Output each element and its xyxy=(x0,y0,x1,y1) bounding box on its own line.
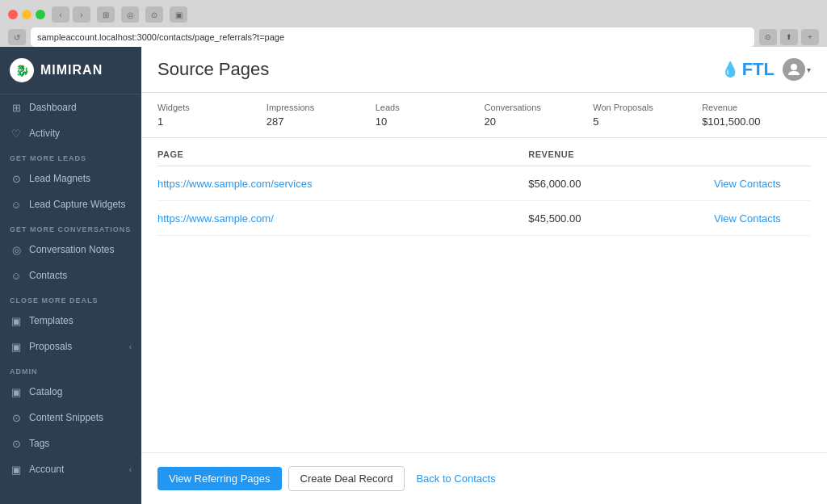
top-bar: Source Pages 💧 FTL ▾ xyxy=(141,47,827,93)
table-row: https://www.sample.com/ $45,500.00 View … xyxy=(157,201,811,236)
templates-icon: ▣ xyxy=(10,314,23,327)
sidebar-item-catalog[interactable]: ▣ Catalog xyxy=(0,379,141,405)
stat-widgets-label: Widgets xyxy=(157,103,267,112)
browser-icon-1[interactable]: ◎ xyxy=(121,6,139,23)
user-menu-chevron: ▾ xyxy=(807,65,811,74)
dashboard-icon: ⊞ xyxy=(10,101,23,114)
sidebar-item-label: Activity xyxy=(29,128,60,139)
sidebar-item-conversation-notes[interactable]: ◎ Conversation Notes xyxy=(0,237,141,262)
add-tab-icon[interactable]: + xyxy=(801,29,819,45)
stat-won-proposals-value: 5 xyxy=(593,116,702,128)
stat-revenue-value: $101,500.00 xyxy=(702,116,811,128)
sidebar-item-lead-magnets[interactable]: ⊙ Lead Magnets xyxy=(0,166,141,191)
sidebar-item-dashboard[interactable]: ⊞ Dashboard xyxy=(0,94,141,120)
sidebar-item-account[interactable]: ▣ Account ‹ xyxy=(0,456,141,482)
back-to-contacts-button[interactable]: Back to Contacts xyxy=(411,467,500,490)
account-icon: ▣ xyxy=(10,463,23,476)
user-avatar xyxy=(783,58,805,81)
browser-icon-2[interactable]: ⊙ xyxy=(145,6,163,23)
svg-point-0 xyxy=(791,64,797,70)
minimize-button[interactable] xyxy=(22,10,31,19)
create-deal-record-button[interactable]: Create Deal Record xyxy=(288,466,405,491)
share-icon[interactable]: ⬆ xyxy=(780,29,798,45)
sidebar-item-label: Contacts xyxy=(29,270,67,281)
close-button[interactable] xyxy=(8,10,18,19)
table-area: PAGE REVENUE https://www.sample.com/serv… xyxy=(141,138,827,452)
section-label-admin: ADMIN xyxy=(0,359,141,379)
table-cell-page-2: https://www.sample.com/ xyxy=(157,211,528,225)
stat-won-proposals-label: Won Proposals xyxy=(593,103,702,112)
stat-conversations-value: 20 xyxy=(484,116,593,128)
table-cell-page-1: https://www.sample.com/services xyxy=(157,176,528,191)
table-header: PAGE REVENUE xyxy=(157,138,811,166)
activity-icon: ♡ xyxy=(10,127,23,140)
stat-leads-value: 10 xyxy=(376,116,485,128)
conversation-notes-icon: ◎ xyxy=(10,243,23,256)
lead-magnets-icon: ⊙ xyxy=(10,172,23,185)
page-link-2[interactable]: https://www.sample.com/ xyxy=(157,212,274,225)
sidebar-item-label: Dashboard xyxy=(29,102,77,113)
forward-button[interactable]: › xyxy=(73,6,90,23)
sidebar-item-templates[interactable]: ▣ Templates xyxy=(0,308,141,334)
view-contacts-link-2[interactable]: View Contacts xyxy=(714,212,781,225)
stat-impressions: Impressions 287 xyxy=(267,103,376,137)
stat-widgets-value: 1 xyxy=(157,116,267,128)
traffic-lights xyxy=(8,10,45,19)
view-referring-pages-button[interactable]: View Referring Pages xyxy=(157,467,282,490)
ftl-logo: 💧 FTL xyxy=(721,59,775,80)
table-cell-action-1: View Contacts xyxy=(714,176,811,191)
action-buttons: View Referring Pages Create Deal Record … xyxy=(141,452,827,504)
sidebar-item-content-snippets[interactable]: ⊙ Content Snippets xyxy=(0,405,141,430)
sidebar-item-label: Tags xyxy=(29,438,49,449)
view-contacts-link-1[interactable]: View Contacts xyxy=(714,178,781,190)
sidebar-item-activity[interactable]: ♡ Activity xyxy=(0,120,141,146)
proposals-icon: ▣ xyxy=(10,340,23,353)
maximize-button[interactable] xyxy=(36,10,45,19)
tab-view-button[interactable]: ⊞ xyxy=(97,6,115,23)
sidebar-item-label: Account xyxy=(29,464,64,475)
tags-icon: ⊙ xyxy=(10,437,23,450)
stat-revenue: Revenue $101,500.00 xyxy=(702,103,811,137)
sidebar-item-label: Lead Capture Widgets xyxy=(29,199,125,210)
sidebar-item-lead-capture-widgets[interactable]: ☺ Lead Capture Widgets xyxy=(0,191,141,217)
ftl-text: FTL xyxy=(742,59,775,80)
page-link-1[interactable]: https://www.sample.com/services xyxy=(157,178,312,190)
collapse-icon: ‹ xyxy=(129,342,132,351)
browser-icon-3[interactable]: ▣ xyxy=(170,6,187,23)
col-header-page: PAGE xyxy=(157,149,528,159)
stat-leads: Leads 10 xyxy=(376,103,485,137)
section-label-conversations: GET MORE CONVERSATIONS xyxy=(0,217,141,237)
sidebar-item-label: Content Snippets xyxy=(29,412,103,423)
address-bar[interactable]: sampleaccount.localhost:3000/contacts/pa… xyxy=(31,27,754,47)
table-cell-revenue-1: $56,000.00 xyxy=(528,178,714,190)
sidebar: 🐉 MIMIRAN ⊞ Dashboard ♡ Activity GET MOR… xyxy=(0,47,141,504)
sidebar-item-contacts[interactable]: ☺ Contacts xyxy=(0,262,141,288)
stat-conversations: Conversations 20 xyxy=(484,103,593,137)
top-bar-right: 💧 FTL ▾ xyxy=(721,58,811,81)
sidebar-item-proposals[interactable]: ▣ Proposals ‹ xyxy=(0,334,141,359)
sidebar-item-label: Templates xyxy=(29,315,73,326)
logo-icon: 🐉 xyxy=(10,58,34,82)
contacts-icon: ☺ xyxy=(10,269,23,282)
stat-widgets: Widgets 1 xyxy=(157,103,267,137)
table-cell-revenue-2: $45,500.00 xyxy=(528,212,714,225)
col-header-revenue: REVENUE xyxy=(528,149,714,159)
section-label-leads: GET MORE LEADS xyxy=(0,146,141,166)
shield-icon[interactable]: ⊙ xyxy=(759,29,777,45)
refresh-button[interactable]: ↺ xyxy=(8,29,26,45)
account-collapse-icon: ‹ xyxy=(129,465,132,474)
page-title: Source Pages xyxy=(157,59,269,80)
stat-impressions-label: Impressions xyxy=(267,103,376,112)
sidebar-item-tags[interactable]: ⊙ Tags xyxy=(0,430,141,456)
back-button[interactable]: ‹ xyxy=(52,6,69,23)
stat-won-proposals: Won Proposals 5 xyxy=(593,103,702,137)
section-label-close-deals: CLOSE MORE DEALS xyxy=(0,288,141,308)
sidebar-item-label: Lead Magnets xyxy=(29,173,90,184)
user-menu-button[interactable]: ▾ xyxy=(783,58,811,81)
stat-conversations-label: Conversations xyxy=(484,103,593,112)
lead-capture-icon: ☺ xyxy=(10,198,23,211)
stats-row: Widgets 1 Impressions 287 Leads 10 Conve… xyxy=(141,93,827,138)
catalog-icon: ▣ xyxy=(10,385,23,398)
table-cell-action-2: View Contacts xyxy=(714,211,811,225)
logo-text: MIMIRAN xyxy=(40,63,103,78)
